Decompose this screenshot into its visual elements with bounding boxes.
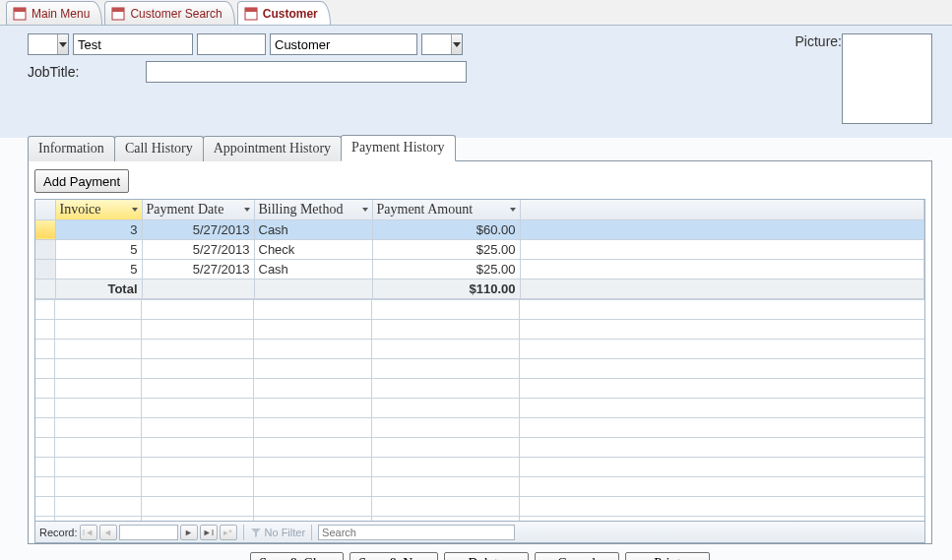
form-footer: Save & Close Save & New Delete Cancel Pr… <box>28 544 932 560</box>
table-row[interactable]: 55/27/2013Check$25.00 <box>35 239 924 259</box>
doc-tab-main-menu[interactable]: Main Menu <box>6 1 102 25</box>
form-icon <box>244 7 258 21</box>
row-selector[interactable] <box>35 219 55 239</box>
payment-grid: Invoice Payment Date Billing Method Paym… <box>34 199 925 543</box>
delete-button[interactable]: Delete <box>444 552 529 560</box>
column-header-payment-date[interactable]: Payment Date <box>142 200 254 219</box>
document-tab-strip: Main Menu Customer Search Customer <box>0 0 952 26</box>
tab-label: Payment History <box>351 140 445 155</box>
svg-rect-1 <box>14 8 26 12</box>
column-label: Billing Method <box>259 202 344 218</box>
no-filter-label: No Filter <box>265 527 306 538</box>
suffix-combo-input[interactable] <box>422 34 451 54</box>
record-label: Record: <box>39 527 78 538</box>
cell-blank <box>520 219 924 239</box>
cell-date[interactable]: 5/27/2013 <box>142 239 254 259</box>
form-icon <box>13 7 27 21</box>
jobtitle-label: JobTitle: <box>28 64 138 80</box>
doc-tab-label: Customer <box>263 7 318 21</box>
last-name-field[interactable] <box>270 33 417 55</box>
payment-history-panel: Add Payment Invoice <box>28 160 932 544</box>
chevron-down-icon[interactable] <box>57 34 68 54</box>
save-new-button[interactable]: Save & New <box>349 552 438 560</box>
filter-icon <box>250 527 262 538</box>
title-combo[interactable] <box>28 33 69 55</box>
form-icon <box>111 7 125 21</box>
tab-label: Information <box>38 141 104 156</box>
row-selector <box>35 279 55 298</box>
cancel-button[interactable]: Cancel <box>535 552 619 560</box>
chevron-down-icon[interactable] <box>128 205 138 215</box>
total-amount: $110.00 <box>372 279 520 298</box>
picture-box[interactable] <box>842 33 932 124</box>
record-number-field[interactable] <box>119 525 178 540</box>
cell-amount[interactable]: $25.00 <box>372 259 520 279</box>
record-search-input[interactable] <box>318 525 515 540</box>
nav-new-button[interactable]: ▸* <box>220 525 237 540</box>
middle-name-field[interactable] <box>197 33 266 55</box>
cell-blank <box>520 259 924 279</box>
column-label: Payment Amount <box>377 202 474 218</box>
nav-first-button[interactable]: I◄ <box>80 525 97 540</box>
grid-empty-area <box>35 299 924 522</box>
tab-label: Call History <box>125 141 193 156</box>
cell-invoice[interactable]: 3 <box>55 219 142 239</box>
detail-tab-strip: Information Call History Appointment His… <box>28 135 932 160</box>
cell-amount[interactable]: $25.00 <box>372 239 520 259</box>
table-total-row: Total$110.00 <box>35 279 924 298</box>
first-name-field[interactable] <box>73 33 193 55</box>
svg-rect-5 <box>245 8 257 12</box>
column-label: Invoice <box>60 202 101 218</box>
save-close-button[interactable]: Save & Close <box>250 552 344 560</box>
tab-appointment-history[interactable]: Appointment History <box>203 136 342 161</box>
tab-payment-history[interactable]: Payment History <box>341 135 456 161</box>
nav-next-button[interactable]: ► <box>180 525 198 540</box>
column-header-billing-method[interactable]: Billing Method <box>254 200 372 219</box>
doc-tab-label: Customer Search <box>130 7 222 21</box>
tab-call-history[interactable]: Call History <box>114 136 204 161</box>
doc-tab-customer-search[interactable]: Customer Search <box>104 1 234 25</box>
row-selector[interactable] <box>35 259 55 279</box>
doc-tab-customer[interactable]: Customer <box>237 1 331 25</box>
nav-prev-button[interactable]: ◄ <box>99 525 117 540</box>
cell-method[interactable]: Cash <box>254 219 372 239</box>
suffix-combo[interactable] <box>421 33 463 55</box>
select-all-handle[interactable] <box>35 200 55 219</box>
column-header-invoice[interactable]: Invoice <box>55 200 142 219</box>
cell-blank <box>520 239 924 259</box>
total-label: Total <box>55 279 142 298</box>
nav-last-button[interactable]: ►I <box>200 525 218 540</box>
chevron-down-icon[interactable] <box>358 205 368 215</box>
table-row[interactable]: 35/27/2013Cash$60.00 <box>35 219 924 239</box>
cell-invoice[interactable]: 5 <box>55 239 142 259</box>
cell-invoice[interactable]: 5 <box>55 259 142 279</box>
tab-label: Appointment History <box>214 141 331 156</box>
cell-amount[interactable]: $60.00 <box>372 219 520 239</box>
chevron-down-icon[interactable] <box>240 205 250 215</box>
picture-label: Picture: <box>795 33 842 49</box>
table-row[interactable]: 55/27/2013Cash$25.00 <box>35 259 924 279</box>
add-payment-button[interactable]: Add Payment <box>34 169 129 193</box>
customer-header: JobTitle: Picture: <box>0 26 952 139</box>
column-header-payment-amount[interactable]: Payment Amount <box>372 200 520 219</box>
cell-date[interactable]: 5/27/2013 <box>142 259 254 279</box>
doc-tab-label: Main Menu <box>32 7 90 21</box>
chevron-down-icon[interactable] <box>506 205 516 215</box>
jobtitle-field[interactable] <box>146 61 467 83</box>
column-label: Payment Date <box>147 202 224 218</box>
row-selector[interactable] <box>35 239 55 259</box>
chevron-down-icon[interactable] <box>451 34 462 54</box>
title-combo-input[interactable] <box>29 34 57 54</box>
no-filter-indicator[interactable]: No Filter <box>250 527 306 538</box>
svg-rect-3 <box>112 8 124 12</box>
cell-method[interactable]: Cash <box>254 259 372 279</box>
cell-method[interactable]: Check <box>254 239 372 259</box>
cell-date[interactable]: 5/27/2013 <box>142 219 254 239</box>
payment-table: Invoice Payment Date Billing Method Paym… <box>35 200 924 299</box>
column-header-blank <box>520 200 924 219</box>
print-button[interactable]: Print <box>625 552 710 560</box>
tab-information[interactable]: Information <box>28 136 115 161</box>
record-navigator: Record: I◄ ◄ ► ►I ▸* No Filter <box>35 521 924 542</box>
